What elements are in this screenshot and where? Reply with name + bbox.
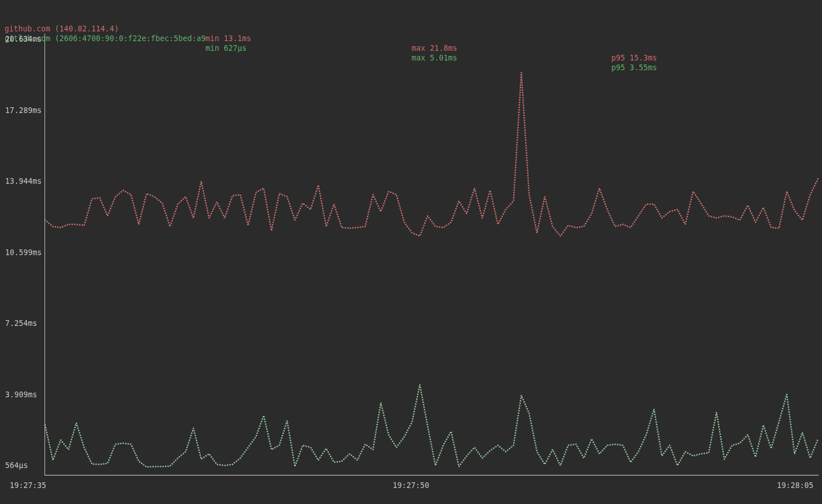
x-tick-label-end: 19:28:05: [777, 481, 813, 490]
x-tick-label-start: 19:27:35: [10, 481, 46, 490]
y-tick-label: 13.944ms: [5, 176, 42, 186]
min-stat-github: min 13.1ms: [206, 34, 251, 43]
p95-stat-gitlab: p95 3.55ms: [611, 63, 657, 72]
y-tick-label: 20.634ms: [5, 34, 42, 44]
max-stat-gitlab: max 5.01ms: [412, 53, 457, 63]
y-tick-label: 564µs: [5, 461, 28, 470]
max-stat-github: max 21.8ms: [412, 43, 457, 53]
y-axis-line: [45, 34, 45, 475]
y-tick-label: 17.289ms: [5, 106, 42, 115]
gping-terminal: github.com (140.82.114.4) min 13.1ms max…: [0, 0, 822, 504]
latency-chart-canvas: [0, 0, 822, 504]
p95-stat-github: p95 15.3ms: [611, 53, 657, 63]
min-stat-gitlab: min 627µs: [206, 43, 247, 53]
y-tick-label: 3.909ms: [5, 390, 37, 400]
legend-row-github: github.com (140.82.114.4) min 13.1ms max…: [0, 14, 822, 24]
legend-row-gitlab: gitlab.com (2606:4700:90:0:f22e:fbec:5be…: [0, 24, 822, 34]
x-tick-label-middle: 19:27:50: [393, 481, 429, 490]
y-tick-label: 10.599ms: [5, 248, 42, 257]
y-tick-label: 7.254ms: [5, 318, 37, 328]
x-axis-line: [45, 475, 819, 475]
